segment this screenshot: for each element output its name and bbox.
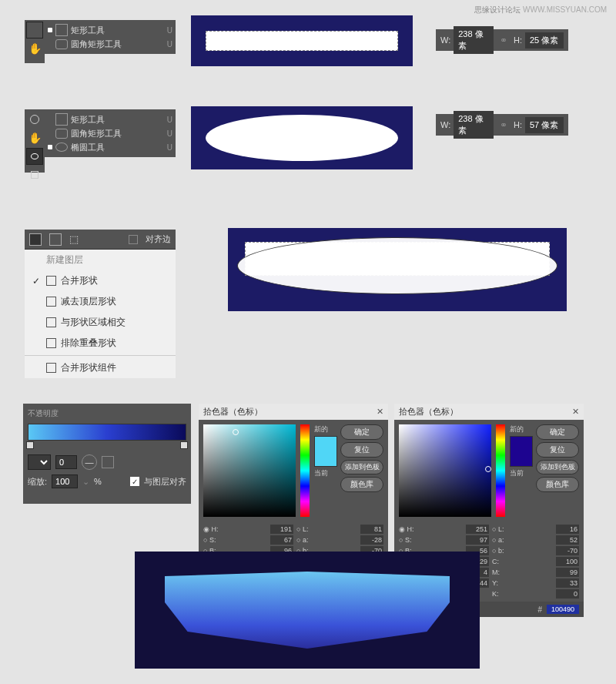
grad-stop-2[interactable] [180,441,188,449]
cp-titlebar[interactable]: 拾色器（色标） ✕ [199,404,388,420]
tool-shortcut: U [167,40,172,49]
color-field[interactable] [399,424,491,517]
color-lib-button[interactable]: 颜色库 [340,477,383,492]
menu-subtract[interactable]: 减去顶层形状 [25,291,176,312]
result-canvas [135,552,480,669]
opacity-label: 不透明度 [28,408,59,419]
h-label: H: [514,120,522,129]
tool-row-rect[interactable]: 矩形工具 U [48,23,172,37]
cp-title-text: 拾色器（色标） [203,406,263,417]
combined-ellipse[interactable] [237,237,557,294]
rect-shape[interactable] [206,31,398,51]
grad-loc-input[interactable] [55,455,77,469]
tool-label: 圆角矩形工具 [71,128,164,139]
ops-align-icon[interactable] [49,233,62,246]
new-label: 新的 [314,424,337,434]
grad-stop-1[interactable] [26,441,34,449]
cancel-button[interactable]: 复位 [536,442,579,458]
ok-button[interactable]: 确定 [340,424,383,440]
cancel-button[interactable]: 复位 [340,442,383,458]
ellipse-tool-active[interactable] [26,148,43,165]
swatch-current [315,451,336,466]
color-lib-button[interactable]: 颜色库 [536,477,579,492]
close-icon[interactable]: ✕ [377,407,383,417]
wh-readout-1: W: 238 像素 ⚭ H: 25 像素 [436,29,568,51]
align-layer-checkbox[interactable]: ✓ [130,477,139,486]
align-edges-label: 对齐边 [146,233,171,245]
menu-new-layer[interactable]: 新建图层 [25,250,176,270]
ellipse-icon [31,153,38,159]
grad-reverse-icon[interactable] [102,456,114,468]
gradient-bar[interactable] [28,424,186,441]
scale-input[interactable] [52,474,78,488]
ops-combine-icon[interactable] [29,233,42,246]
w-value[interactable]: 238 像素 [454,111,494,139]
cur-label: 当前 [510,468,533,478]
ellipse-icon [55,142,68,152]
selected-indicator [48,145,52,149]
new-label: 新的 [510,424,533,434]
add-swatch-button[interactable]: 添加到色板 [536,460,579,474]
color-cursor[interactable] [485,466,491,472]
cp-titlebar[interactable]: 拾色器（色标） ✕ [394,404,584,420]
swatch-new [511,437,532,451]
tool-shortcut: U [167,143,172,152]
hue-slider[interactable] [300,424,310,517]
menu-label: 与形状区域相交 [61,316,126,329]
rect-outline-icon [31,171,38,179]
grad-type-select[interactable] [28,454,51,470]
gradient-panel: 不透明度 — 缩放: ⌄ % ✓ 与图层对齐 [23,404,191,504]
tool-row-roundrect[interactable]: 圆角矩形工具 U [48,37,172,51]
menu-exclude[interactable]: 排除重叠形状 [25,333,176,354]
scale-chevron[interactable]: ⌄ [82,477,89,487]
tool-row-ellipse[interactable]: 椭圆工具 U [48,140,172,154]
hand-icon: ✋ [28,42,42,55]
watermark-en: WWW.MISSYUAN.COM [523,5,607,14]
ops-arrange-icon[interactable]: ⬚ [69,233,79,245]
tool-label: 椭圆工具 [71,142,164,153]
h-value[interactable]: 25 像素 [525,32,564,49]
poly-slot[interactable] [26,166,43,183]
add-swatch-button[interactable]: 添加到色板 [340,460,383,474]
tool-label: 矩形工具 [71,25,164,36]
h-label: H: [514,35,522,45]
exclude-icon [46,338,56,348]
rect-icon [55,113,68,126]
rect-tool-slot[interactable] [26,22,43,39]
hand-tool[interactable]: ✋ [26,129,43,146]
side-toolbar-2: ✋ [25,109,45,173]
menu-label: 合并形状组件 [61,361,116,374]
color-field[interactable] [203,424,296,517]
color-cursor[interactable] [233,429,239,435]
grad-angle-btn[interactable]: — [82,454,97,470]
link-icon[interactable]: ⚭ [500,35,507,45]
hand-tool[interactable]: ✋ [26,40,43,57]
canvas-rect [191,15,413,66]
menu-intersect[interactable]: 与形状区域相交 [25,312,176,333]
ellipse-shape[interactable] [206,115,398,161]
wh-readout-2: W: 238 像素 ⚭ H: 57 像素 [436,114,568,136]
hue-slider[interactable] [496,424,505,517]
link-icon[interactable]: ⚭ [500,119,507,130]
swatch [314,436,337,467]
menu-merge-shapes[interactable]: 合并形状 [25,270,176,291]
grad-scale-row: 缩放: ⌄ % ✓ 与图层对齐 [28,474,186,488]
hex-value[interactable]: 100490 [547,605,579,614]
tool-row-roundrect[interactable]: 圆角矩形工具 U [48,126,172,140]
w-label: W: [440,35,450,45]
menu-label: 新建图层 [46,253,83,267]
ok-button[interactable]: 确定 [536,424,579,440]
menu-label: 减去顶层形状 [61,295,116,308]
align-edges-checkbox[interactable] [129,235,138,244]
menu-merge-components[interactable]: 合并形状组件 [25,357,176,378]
w-value[interactable]: 238 像素 [454,26,494,54]
tool-shortcut: U [167,26,172,35]
ops-toolbar: ⬚ 对齐边 [25,230,176,250]
h-value[interactable]: 57 像素 [525,117,564,133]
close-icon[interactable]: ✕ [572,407,579,417]
grad-header: 不透明度 [28,408,186,419]
tool-row-rect[interactable]: 矩形工具 U [48,112,172,126]
canvas-combined [228,228,567,311]
ellipse-outline-icon [30,115,39,124]
ellipse-slot[interactable] [26,111,43,128]
